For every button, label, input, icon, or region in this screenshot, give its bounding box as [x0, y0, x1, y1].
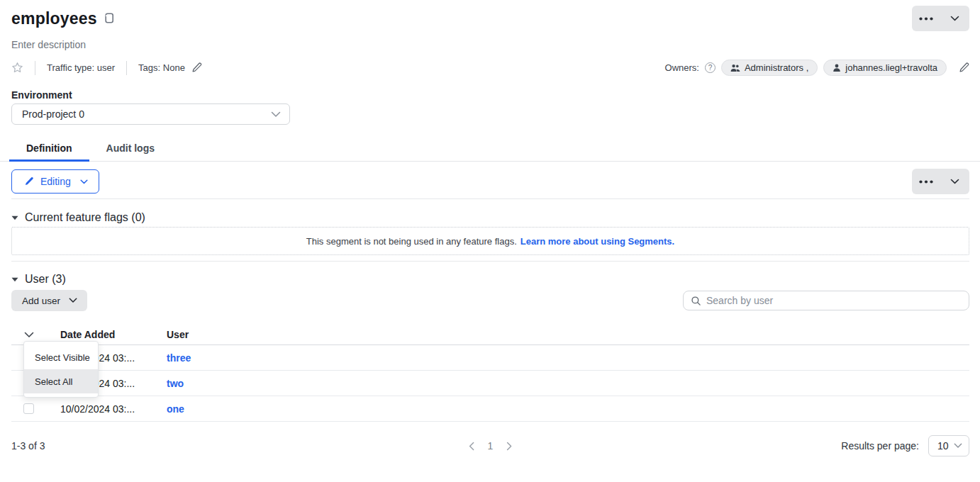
chevron-left-icon	[469, 442, 474, 451]
group-icon	[730, 64, 740, 72]
empty-state-message: This segment is not being used in any fe…	[306, 236, 517, 247]
table-header-row: Date Added User	[11, 325, 969, 345]
search-icon	[691, 296, 701, 306]
search-by-user-input[interactable]	[706, 295, 962, 306]
learn-more-link[interactable]: Learn more about using Segments.	[520, 236, 674, 247]
traffic-type-label: Traffic type: user	[47, 62, 115, 73]
edit-mode-bar: Editing	[11, 169, 969, 194]
owner-pill-label: Administrators ,	[745, 62, 808, 73]
tab-definition[interactable]: Definition	[9, 135, 89, 161]
environment-select[interactable]: Prod-project 0	[11, 103, 290, 125]
menu-item-select-all[interactable]: Select All	[24, 369, 98, 393]
previous-page-button[interactable]	[469, 442, 474, 451]
owners-label: Owners:	[665, 62, 699, 73]
help-icon[interactable]: ?	[705, 62, 715, 73]
user-link[interactable]: one	[167, 403, 184, 415]
current-page-number[interactable]: 1	[488, 440, 494, 452]
chevron-down-icon	[950, 179, 959, 184]
user-section-header[interactable]: User (3)	[11, 273, 969, 286]
header-actions-split-button	[912, 6, 969, 31]
per-page-group: Results per page: 10	[841, 435, 969, 456]
definition-expand-button[interactable]	[941, 169, 970, 194]
pencil-icon	[959, 62, 969, 73]
editing-mode-button[interactable]: Editing	[11, 169, 99, 194]
chevron-right-icon	[506, 442, 512, 451]
caret-down-icon[interactable]	[11, 277, 18, 282]
table-row: 10/02/2024 03:... two	[11, 371, 969, 396]
star-icon	[11, 62, 23, 74]
user-link[interactable]: three	[167, 352, 191, 364]
caret-down-icon[interactable]	[11, 215, 18, 220]
meta-row: Traffic type: user Tags: None Owners: ? …	[11, 60, 969, 75]
user-table: Date Added User 10/02/2024 03:... three …	[11, 325, 969, 422]
person-icon	[833, 64, 841, 72]
segment-detail-page: employees Enter description	[0, 0, 980, 482]
copy-icon	[104, 13, 114, 24]
edit-owners-button[interactable]	[959, 62, 969, 73]
divider	[11, 261, 969, 262]
environment-label: Environment	[11, 89, 969, 101]
add-user-button[interactable]: Add user	[11, 290, 87, 311]
chevron-down-icon	[69, 298, 77, 303]
page-header: employees	[0, 0, 980, 31]
environment-block: Environment Prod-project 0	[11, 89, 969, 125]
page-title: employees	[11, 9, 97, 28]
tags-label: Tags: None	[138, 62, 185, 73]
divider	[11, 198, 969, 199]
pagination-bar: 1-3 of 3 1 Results per page: 10	[11, 434, 969, 458]
results-range-label: 1-3 of 3	[11, 440, 45, 452]
owners-group: Owners: ? Administrators , johannes.lieg…	[665, 60, 969, 76]
pencil-icon	[191, 62, 202, 73]
description-placeholder[interactable]: Enter description	[11, 39, 969, 50]
column-header-user: User	[167, 329, 969, 340]
chevron-down-icon	[271, 111, 281, 118]
table-row: 10/02/2024 03:... one	[11, 396, 969, 422]
results-per-page-select[interactable]: 10	[928, 435, 969, 456]
table-row: 10/02/2024 03:... three	[11, 345, 969, 371]
user-search	[683, 291, 969, 310]
user-link[interactable]: two	[167, 378, 184, 389]
divider	[126, 61, 127, 75]
header-expand-button[interactable]	[941, 6, 970, 31]
owner-pill-administrators[interactable]: Administrators ,	[721, 60, 818, 76]
user-toolbar: Add user	[11, 290, 969, 311]
select-menu-trigger[interactable]	[24, 332, 34, 338]
menu-item-select-visible[interactable]: Select Visible	[24, 345, 98, 369]
editing-label: Editing	[40, 176, 71, 187]
column-header-date-added: Date Added	[60, 329, 167, 340]
cell-date-added: 10/02/2024 03:...	[60, 403, 167, 415]
ellipsis-icon	[919, 17, 933, 21]
select-dropdown-menu: Select Visible Select All	[23, 341, 99, 398]
owner-pill-label: johannes.liegl+travolta	[845, 62, 937, 73]
feature-flags-empty-state: This segment is not being used in any fe…	[11, 227, 969, 255]
chevron-down-icon	[80, 179, 88, 184]
feature-flags-section-header[interactable]: Current feature flags (0)	[11, 211, 969, 224]
pencil-icon	[24, 176, 34, 186]
chevron-down-icon	[24, 332, 34, 338]
copy-key-button[interactable]	[104, 13, 114, 24]
chevron-down-icon	[950, 16, 959, 21]
tab-audit-logs[interactable]: Audit logs	[89, 135, 172, 161]
add-user-label: Add user	[22, 296, 60, 306]
per-page-value: 10	[937, 440, 949, 452]
header-overflow-menu-button[interactable]	[912, 6, 941, 31]
chevron-down-icon	[954, 443, 962, 449]
edit-tags-button[interactable]	[191, 62, 202, 73]
row-checkbox[interactable]	[23, 403, 34, 414]
ellipsis-icon	[919, 180, 933, 184]
feature-flags-heading: Current feature flags (0)	[25, 211, 145, 224]
favorite-button[interactable]	[11, 62, 23, 74]
owner-pill-user[interactable]: johannes.liegl+travolta	[823, 60, 947, 76]
user-section-heading: User (3)	[25, 273, 66, 286]
next-page-button[interactable]	[506, 442, 512, 451]
tabs-bar: Definition Audit logs	[0, 135, 980, 162]
environment-selected-value: Prod-project 0	[22, 108, 84, 120]
definition-overflow-menu-button[interactable]	[912, 169, 941, 194]
results-per-page-label: Results per page:	[841, 440, 919, 452]
pager-controls: 1	[469, 440, 513, 452]
divider	[35, 61, 35, 75]
definition-actions-split-button	[912, 169, 969, 194]
